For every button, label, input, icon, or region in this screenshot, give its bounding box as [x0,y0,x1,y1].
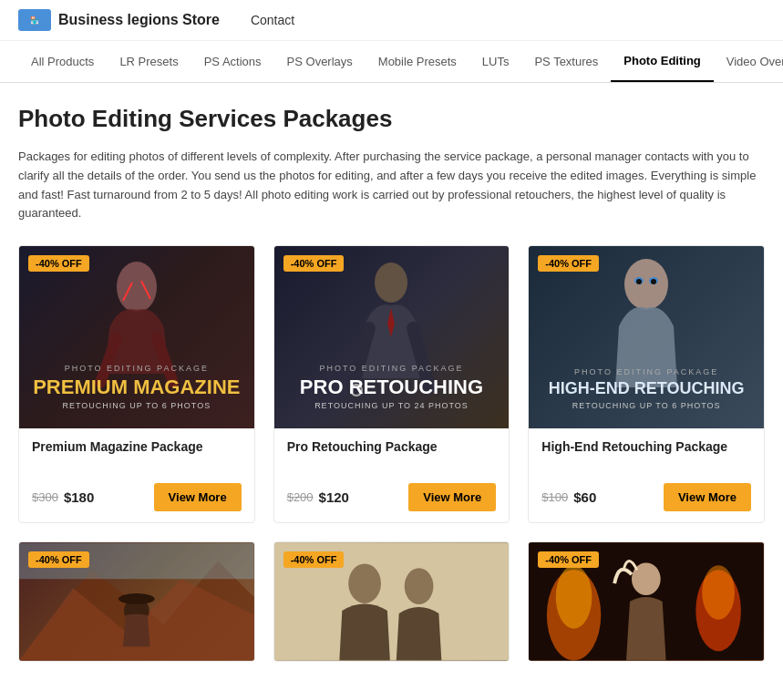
products-grid: -40% OFF PHOTO EDITING PACKAGE P [18,245,765,662]
product-tagline: RETOUCHING UP TO 24 PHOTOS [274,401,510,410]
product-overlay-text: PHOTO EDITING PACKAGE PRO RETOUCHING RET… [274,364,510,410]
contact-link[interactable]: Contact [251,13,294,27]
discount-badge: -40% OFF [538,255,599,272]
discount-badge: -40% OFF [283,551,345,568]
category-navigation: All Products LR Presets PS Actions PS Ov… [0,41,783,83]
product-image-wrapper: -40% OFF PHOTO EDITING PACKAGE P [19,246,254,428]
product-overlay-text: PHOTO EDITING PACKAGE PREMIUM MAGAZINE R… [19,364,254,410]
product-card-landscape: -40% OFF [18,541,255,662]
product-tagline: RETOUCHING UP TO 6 PHOTOS [529,401,764,410]
view-more-button[interactable]: View More [664,483,751,511]
product-overlay-text: PHOTO EDITING PACKAGE High-End Retouchin… [529,367,764,410]
price-original: $200 [287,490,314,504]
price-current: $180 [64,489,94,505]
product-image-wrapper: -40% OFF PHOTO EDITING PACKAGE H [529,246,764,428]
svg-point-6 [624,259,668,310]
price-original: $100 [541,490,568,504]
view-more-button[interactable]: View More [408,483,496,511]
product-info: Pro Retouching Package $200 $120 View Mo… [274,428,510,522]
cat-mobile-presets[interactable]: Mobile Presets [366,42,469,81]
svg-point-0 [117,262,157,313]
price-group: $300 $180 [32,489,94,505]
cat-photo-editing[interactable]: Photo Editing [611,41,713,82]
product-image-premium: PHOTO EDITING PACKAGE PREMIUM MAGAZINE R… [19,246,254,428]
top-navigation: 🏪 Business legions Store Contact [0,0,783,41]
product-image-wrapper: -40% OFF [19,542,254,661]
svg-point-22 [556,566,592,629]
logo-icon: 🏪 [18,9,51,31]
product-card-fantasy: -40% OFF [528,541,765,662]
svg-point-18 [404,569,433,605]
product-card-vintage: -40% OFF [273,541,510,662]
svg-point-23 [703,566,736,620]
main-content: Photo Editing Services Packages Packages… [0,83,783,684]
page-description: Packages for editing photos of different… [18,148,765,223]
product-name: High-End Retouching Package [541,439,751,472]
discount-badge: -40% OFF [283,255,345,272]
page-title: Photo Editing Services Packages [18,105,765,133]
product-pricing: $100 $60 View More [541,483,751,511]
product-subtitle: PHOTO EDITING PACKAGE [274,364,510,373]
product-image-wrapper: -40% OFF PHOTO EDITING PACKAGE [274,246,510,428]
cat-lr-presets[interactable]: LR Presets [107,42,191,81]
cat-video-overlays[interactable]: Video Overlays [714,42,783,81]
price-group: $200 $120 [287,489,349,505]
cat-ps-overlays[interactable]: PS Overlays [274,42,366,81]
svg-point-9 [636,279,642,284]
product-card-high-end: -40% OFF PHOTO EDITING PACKAGE H [528,245,765,523]
view-more-button[interactable]: View More [154,483,242,511]
product-info: Premium Magazine Package $300 $180 View … [19,428,254,522]
product-name: Premium Magazine Package [32,439,242,472]
product-tagline: RETOUCHING UP TO 6 PHOTOS [19,401,254,410]
cat-luts[interactable]: LUTs [469,42,522,81]
product-info: High-End Retouching Package $100 $60 Vie… [529,428,764,522]
price-original: $300 [32,490,58,504]
price-current: $120 [319,489,349,505]
discount-badge: -40% OFF [538,551,599,568]
cat-all-products[interactable]: All Products [18,42,107,81]
svg-point-17 [348,564,381,604]
product-main-title: PREMIUM MAGAZINE [19,376,254,398]
price-current: $60 [573,489,596,505]
price-group: $100 $60 [541,489,596,505]
svg-point-15 [118,593,155,604]
product-image-wrapper: -40% OFF [274,542,510,661]
site-title: Business legions Store [58,12,220,28]
logo-area[interactable]: 🏪 Business legions Store [18,9,220,31]
svg-point-3 [375,262,407,303]
product-image-pro: PHOTO EDITING PACKAGE PRO RETOUCHING RET… [274,246,510,428]
cat-ps-textures[interactable]: PS Textures [521,42,611,81]
product-subtitle: PHOTO EDITING PACKAGE [529,367,764,376]
product-main-title: High-End Retouching [529,380,764,398]
svg-point-10 [651,279,656,284]
product-image-highend: PHOTO EDITING PACKAGE High-End Retouchin… [529,246,764,428]
product-subtitle: PHOTO EDITING PACKAGE [19,364,254,373]
product-main-title: PRO RETOUCHING [274,376,510,398]
product-pricing: $200 $120 View More [287,483,497,511]
cat-ps-actions[interactable]: PS Actions [191,42,274,81]
discount-badge: -40% OFF [28,551,89,568]
product-name: Pro Retouching Package [287,439,497,472]
product-image-wrapper: -40% OFF [529,542,764,661]
product-card-pro-retouching: -40% OFF PHOTO EDITING PACKAGE [273,245,510,523]
top-nav-links: Contact [251,13,294,27]
discount-badge: -40% OFF [28,255,89,272]
product-pricing: $300 $180 View More [32,483,242,511]
product-card-premium-magazine: -40% OFF PHOTO EDITING PACKAGE P [18,245,255,523]
